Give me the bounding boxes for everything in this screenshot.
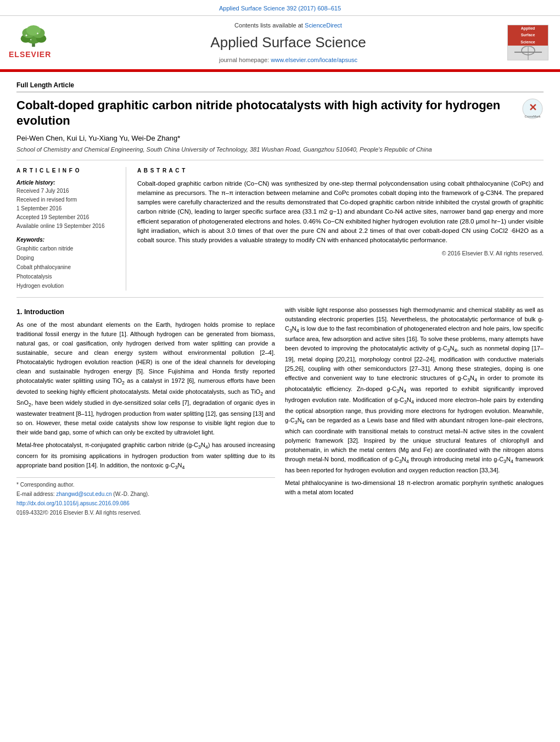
affiliation: School of Chemistry and Chemical Enginee…	[16, 146, 544, 160]
elsevier-logo: ✦ ✦ ✦ ELSEVIER	[9, 25, 69, 60]
intro-paragraph-1: As one of the most abundant elements on …	[16, 320, 275, 437]
email-line: E-mail address: zhangwd@scut.edu.cn (W.-…	[16, 490, 275, 498]
title-row: Cobalt-doped graphitic carbon nitride ph…	[16, 98, 544, 129]
elsevier-tree-icon: ✦ ✦ ✦	[9, 25, 58, 48]
history-label: Article history:	[16, 179, 118, 187]
abstract-title: A B S T R A C T	[137, 167, 544, 175]
right-column: with visible light response also possess…	[285, 305, 544, 518]
revised-date: Received in revised form 1 September 201…	[16, 196, 118, 213]
svg-text:✦: ✦	[30, 38, 32, 41]
keyword-5: Hydrogen evolution	[16, 281, 118, 291]
right-paragraph-2: Metal phthalocyanine is two-dimensional …	[285, 478, 544, 497]
keyword-4: Photocatalysis	[16, 272, 118, 281]
applied-surface-science-logo: Applied Surface Science	[507, 25, 548, 60]
article-body: Full Length Article Cobalt-doped graphit…	[0, 72, 560, 527]
intro-paragraph-2: Metal-free photocatalyst, π-conjugated g…	[16, 440, 275, 472]
header-top: Applied Surface Science 392 (2017) 608–6…	[0, 0, 560, 16]
article-info-title: A R T I C L E I N F O	[16, 167, 118, 175]
corresponding-note: * Corresponding author.	[16, 481, 275, 489]
journal-logo-right: Applied Surface Science	[507, 25, 551, 60]
authors: Pei-Wen Chen, Kui Li, Yu-Xiang Yu, Wei-D…	[16, 133, 544, 143]
section1-title: 1. Introduction	[16, 308, 275, 317]
contents-available-text: Contents lists available at ScienceDirec…	[80, 20, 496, 30]
article-dates: Received 7 July 2016 Received in revised…	[16, 187, 118, 231]
copyright-notice: © 2016 Elsevier B.V. All rights reserved…	[137, 249, 544, 258]
elsevier-wordmark: ELSEVIER	[9, 49, 51, 60]
journal-title: Applied Surface Science	[80, 32, 496, 52]
journal-reference: Applied Surface Science 392 (2017) 608–6…	[219, 5, 341, 12]
right-paragraph-1: with visible light response also possess…	[285, 305, 544, 475]
info-abstract-section: A R T I C L E I N F O Article history: R…	[16, 167, 544, 298]
keyword-1: Graphitic carbon nitride	[16, 244, 118, 253]
doi-link[interactable]: http://dx.doi.org/10.1016/j.apsusc.2016.…	[16, 500, 130, 506]
article-footer: * Corresponding author. E-mail address: …	[16, 477, 275, 517]
issn-line: 0169-4332/© 2016 Elsevier B.V. All right…	[16, 509, 275, 517]
svg-text:✕: ✕	[529, 102, 537, 113]
crossmark-logo: ✕ CrossMark	[522, 98, 544, 120]
article-type: Full Length Article	[16, 81, 544, 92]
left-column: 1. Introduction As one of the most abund…	[16, 305, 275, 518]
article-title: Cobalt-doped graphitic carbon nitride ph…	[16, 98, 515, 129]
available-date: Available online 19 September 2016	[16, 222, 118, 231]
svg-text:CrossMark: CrossMark	[524, 115, 541, 118]
article-info: A R T I C L E I N F O Article history: R…	[16, 167, 126, 291]
sciencedirect-link[interactable]: ScienceDirect	[305, 22, 342, 29]
svg-text:✦: ✦	[36, 32, 39, 35]
keyword-2: Doping	[16, 253, 118, 263]
doi-line: http://dx.doi.org/10.1016/j.apsusc.2016.…	[16, 500, 275, 507]
received-date: Received 7 July 2016	[16, 187, 118, 196]
journal-center: Contents lists available at ScienceDirec…	[80, 20, 496, 65]
homepage-line: journal homepage: www.elsevier.com/locat…	[80, 55, 496, 65]
main-content: 1. Introduction As one of the most abund…	[16, 305, 544, 518]
keywords-section: Keywords: Graphitic carbon nitride Dopin…	[16, 236, 118, 291]
abstract-section: A B S T R A C T Cobalt-doped graphitic c…	[137, 167, 544, 291]
abstract-text: Cobalt-doped graphitic carbon nitride (C…	[137, 179, 544, 246]
author-email[interactable]: zhangwd@scut.edu.cn	[56, 491, 111, 497]
keyword-3: Cobalt phthalocyanine	[16, 263, 118, 272]
journal-header: ✦ ✦ ✦ ELSEVIER Contents lists available …	[0, 16, 560, 70]
svg-text:✦: ✦	[25, 32, 28, 37]
accepted-date: Accepted 19 September 2016	[16, 213, 118, 222]
keywords-label: Keywords:	[16, 236, 118, 244]
homepage-url[interactable]: www.elsevier.com/locate/apsusc	[271, 57, 357, 63]
